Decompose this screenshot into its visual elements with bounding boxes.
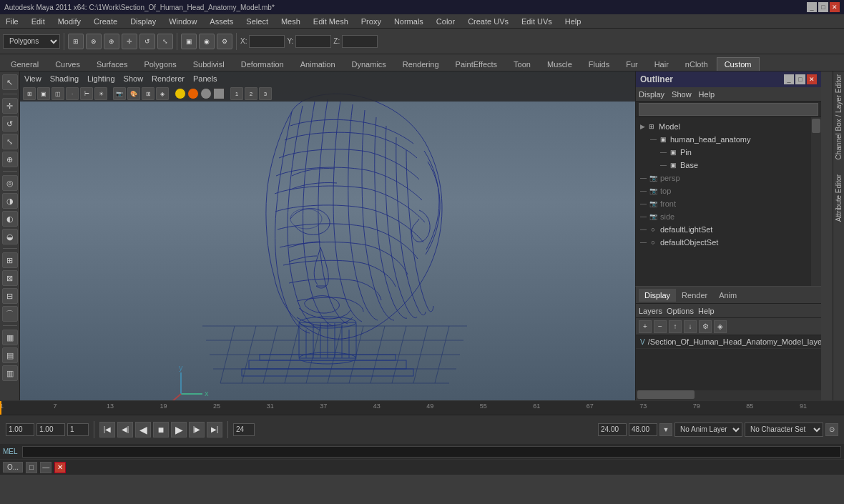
x-field[interactable] — [249, 35, 285, 48]
grid-toggle-btn[interactable]: ⊞ — [142, 87, 154, 100]
menu-item-create[interactable]: Create — [91, 17, 120, 26]
mini-panel-close-btn[interactable]: ✕ — [54, 462, 66, 473]
tab-hair[interactable]: Hair — [647, 57, 677, 71]
command-input[interactable] — [22, 446, 841, 458]
quality-grey-btn[interactable] — [200, 88, 212, 99]
tab-rendering[interactable]: Rendering — [395, 57, 447, 71]
char-set-select[interactable]: No Character Set — [745, 423, 823, 437]
grid-btn[interactable]: ⊟ — [2, 288, 18, 304]
minimize-button[interactable]: _ — [807, 2, 817, 12]
range-end-field[interactable]: 1.00 — [36, 423, 65, 436]
anim-start-field[interactable]: 24.00 — [598, 423, 627, 436]
shading-menu[interactable]: Shading — [50, 74, 79, 83]
tree-item-defaultLightSet[interactable]: —○defaultLightSet — [636, 223, 811, 236]
res-med-btn[interactable]: 2 — [245, 87, 257, 100]
tab-general[interactable]: General — [3, 57, 46, 71]
close-button[interactable]: ✕ — [830, 2, 840, 12]
layers-menu[interactable]: Layers — [639, 307, 662, 315]
tab-polygons[interactable]: Polygons — [136, 57, 184, 71]
paint-btn[interactable]: ◐ — [2, 211, 18, 227]
tree-item-side[interactable]: —📷side — [636, 210, 811, 223]
z-field[interactable] — [342, 35, 378, 48]
play-back-btn[interactable]: ◀ — [135, 422, 151, 438]
outliner-display-menu[interactable]: Display — [639, 90, 664, 99]
outliner-scroll-thumb[interactable] — [812, 119, 820, 133]
tab-curves[interactable]: Curves — [47, 57, 88, 71]
channel-box-label[interactable]: Channel Box / Layer Editor — [835, 74, 843, 160]
tree-item-front[interactable]: —📷front — [636, 197, 811, 210]
timeline-ruler[interactable]: 171319253137434955616773798591 — [0, 401, 844, 415]
outliner-close-btn[interactable]: ✕ — [807, 74, 817, 84]
lights-btn[interactable]: ☀ — [94, 87, 107, 100]
lighting-menu[interactable]: Lighting — [87, 74, 115, 83]
menu-item-assets[interactable]: Assets — [207, 17, 236, 26]
timeline[interactable]: 171319253137434955616773798591 — [0, 400, 844, 415]
show-manip-btn[interactable]: ⊞ — [2, 252, 18, 268]
bbox-btn[interactable]: ◫ — [51, 87, 64, 100]
tab-muscle[interactable]: Muscle — [539, 57, 580, 71]
go-to-end-btn[interactable]: ▶| — [207, 422, 222, 438]
tab-animation[interactable]: Animation — [293, 57, 343, 71]
ipr-btn[interactable]: ◉ — [199, 34, 215, 49]
layer-visibility-toggle[interactable]: V — [640, 338, 645, 346]
y-field[interactable] — [295, 35, 331, 48]
menu-item-create-uvs[interactable]: Create UVs — [465, 17, 511, 26]
move-tool-btn[interactable]: ✛ — [122, 34, 137, 49]
renderer-menu[interactable]: Renderer — [152, 74, 185, 83]
anim-options-btn[interactable]: ▼ — [659, 423, 672, 436]
layer-select-btn[interactable]: ◈ — [714, 320, 727, 333]
scale-btn[interactable]: ⤡ — [2, 134, 18, 149]
res-low-btn[interactable]: 1 — [230, 87, 243, 100]
texture-btn[interactable]: 🎨 — [127, 87, 140, 100]
snap-btn[interactable]: ⊠ — [2, 270, 18, 286]
paint-tool-btn[interactable]: ⊕ — [104, 34, 119, 49]
anim-end-field[interactable]: 48.00 — [629, 423, 657, 436]
tree-item-persp[interactable]: —📷persp — [636, 172, 811, 184]
quality-sq-btn[interactable] — [213, 88, 225, 99]
outliner-search-input[interactable] — [639, 103, 818, 116]
tree-item-pin[interactable]: —▣Pin — [636, 146, 811, 159]
menu-item-edit-uvs[interactable]: Edit UVs — [519, 17, 555, 26]
attr-btn[interactable]: ▥ — [2, 365, 18, 381]
camera-btn[interactable]: 📷 — [113, 87, 126, 100]
hud-btn[interactable]: ◈ — [156, 87, 169, 100]
go-to-start-btn[interactable]: |◀ — [99, 422, 115, 438]
outliner-scrollbar[interactable] — [811, 117, 821, 286]
points-btn[interactable]: · — [66, 87, 79, 100]
mini-panel-sq-btn[interactable]: □ — [26, 462, 37, 473]
range-start-field[interactable]: 1.00 — [6, 423, 34, 436]
play-fwd-btn[interactable]: ▶ — [171, 422, 187, 438]
menu-item-color[interactable]: Color — [433, 17, 458, 26]
tree-item-top[interactable]: —📷top — [636, 184, 811, 197]
tree-item-model[interactable]: ▶⊞Model — [636, 120, 811, 133]
quality-orange-btn[interactable] — [187, 88, 199, 99]
step-fwd-btn[interactable]: |▶ — [189, 422, 205, 438]
tab-subdivisl[interactable]: Subdivisl — [185, 57, 232, 71]
layer-editor-scroll-thumb[interactable] — [637, 390, 695, 399]
quality-yellow-btn[interactable] — [175, 88, 186, 99]
universal-btn[interactable]: ⊕ — [2, 152, 18, 167]
options-menu[interactable]: Options — [667, 307, 694, 315]
tree-item-human_head[interactable]: —▣human_head_anatomy — [636, 133, 811, 146]
tab-toon[interactable]: Toon — [506, 57, 539, 71]
tab-dynamics[interactable]: Dynamics — [344, 57, 394, 71]
menu-item-window[interactable]: Window — [166, 17, 200, 26]
show-menu[interactable]: Show — [124, 74, 144, 83]
res-high-btn[interactable]: 3 — [259, 87, 272, 100]
timeline-playhead[interactable] — [0, 401, 1, 415]
viewport-3d[interactable]: View Shading Lighting Show Renderer Pane… — [20, 71, 635, 400]
render-settings-btn[interactable]: ⚙ — [217, 34, 232, 49]
stop-btn[interactable]: ■ — [153, 422, 169, 438]
auto-key-btn[interactable]: ⊙ — [825, 423, 838, 436]
tab-ncloth[interactable]: nCloth — [677, 57, 716, 71]
rotate-tool-btn[interactable]: ↺ — [139, 34, 155, 49]
view-menu[interactable]: View — [24, 74, 41, 83]
tab-painteffects[interactable]: PaintEffects — [448, 57, 506, 71]
new-layer-btn[interactable]: + — [639, 320, 652, 333]
attribute-editor-label[interactable]: Attribute Editor — [835, 174, 843, 222]
delete-layer-btn[interactable]: − — [654, 320, 667, 333]
soft-mod-btn[interactable]: ◎ — [2, 175, 18, 191]
menu-item-display[interactable]: Display — [127, 17, 159, 26]
tab-custom[interactable]: Custom — [717, 57, 760, 71]
menu-item-normals[interactable]: Normals — [391, 17, 426, 26]
